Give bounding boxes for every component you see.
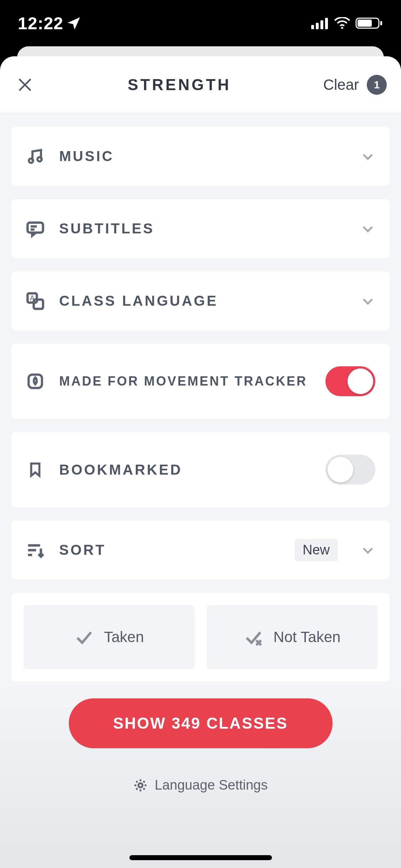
filter-label: SUBTITLES [59, 221, 346, 237]
chevron-down-icon [360, 294, 375, 309]
svg-rect-3 [325, 18, 328, 29]
filter-row-bookmarked: BOOKMARKED [11, 432, 390, 507]
filter-row-sort[interactable]: SORT New [11, 521, 390, 579]
show-classes-button[interactable]: SHOW 349 CLASSES [69, 698, 333, 748]
check-icon [74, 627, 93, 647]
filter-modal: STRENGTH Clear 1 MUSIC SUBTITLES A [0, 56, 401, 868]
svg-rect-7 [380, 21, 382, 25]
filter-row-class-language[interactable]: A CLASS LANGUAGE [11, 272, 390, 330]
svg-rect-0 [311, 25, 314, 29]
close-button[interactable] [14, 74, 36, 95]
filter-label: SORT [59, 542, 281, 558]
show-classes-label: SHOW 349 CLASSES [113, 714, 288, 732]
location-arrow-icon [68, 17, 81, 30]
subtitles-icon [26, 219, 45, 238]
status-left: 12:22 [18, 14, 81, 33]
filter-label: CLASS LANGUAGE [59, 293, 346, 309]
check-x-icon [243, 627, 263, 647]
filter-row-music[interactable]: MUSIC [11, 127, 390, 186]
modal-title: STRENGTH [128, 76, 231, 94]
chevron-down-icon [360, 149, 375, 164]
svg-point-11 [37, 157, 42, 161]
clear-label: Clear [323, 76, 359, 93]
music-icon [26, 147, 45, 166]
svg-rect-2 [320, 20, 323, 29]
modal-header: STRENGTH Clear 1 [0, 56, 401, 113]
sort-value: New [295, 539, 338, 561]
bookmarked-toggle[interactable] [325, 455, 375, 485]
filter-row-movement-tracker: MADE FOR MOVEMENT TRACKER [11, 344, 390, 419]
svg-rect-16 [34, 299, 43, 309]
chevron-down-icon [360, 543, 375, 558]
clear-filters-button[interactable]: Clear 1 [323, 75, 387, 95]
status-bar: 12:22 [0, 0, 401, 46]
filter-label: BOOKMARKED [59, 462, 311, 478]
filter-label: MADE FOR MOVEMENT TRACKER [59, 374, 311, 389]
filter-row-subtitles[interactable]: SUBTITLES [11, 199, 390, 258]
taken-label: Taken [104, 629, 144, 646]
movement-tracker-icon [26, 372, 45, 391]
close-icon [16, 76, 34, 93]
battery-icon [355, 17, 383, 30]
svg-text:A: A [30, 294, 35, 301]
svg-rect-1 [316, 23, 319, 29]
filter-count-badge: 1 [367, 75, 387, 95]
language-settings-link[interactable]: Language Settings [11, 762, 390, 818]
not-taken-label: Not Taken [273, 629, 340, 646]
bookmark-icon [26, 460, 45, 479]
svg-point-4 [341, 27, 343, 29]
chevron-down-icon [360, 221, 375, 236]
filter-row-taken-status: Taken Not Taken [11, 593, 390, 681]
language-icon: A [26, 291, 45, 311]
movement-tracker-toggle[interactable] [325, 366, 375, 396]
filter-content[interactable]: MUSIC SUBTITLES A CLASS LANGUAGE MADE FO… [0, 113, 401, 868]
svg-rect-6 [358, 20, 372, 27]
sort-icon [26, 541, 45, 560]
language-settings-label: Language Settings [155, 777, 268, 793]
wifi-icon [334, 17, 350, 29]
svg-point-24 [138, 783, 143, 787]
gear-icon [133, 778, 148, 792]
taken-button[interactable]: Taken [24, 605, 195, 669]
svg-point-10 [29, 159, 33, 163]
cellular-signal-icon [311, 17, 329, 29]
status-right [311, 17, 383, 30]
home-indicator[interactable] [129, 855, 272, 860]
status-time: 12:22 [18, 14, 63, 33]
filter-label: MUSIC [59, 148, 346, 164]
not-taken-button[interactable]: Not Taken [207, 605, 378, 669]
